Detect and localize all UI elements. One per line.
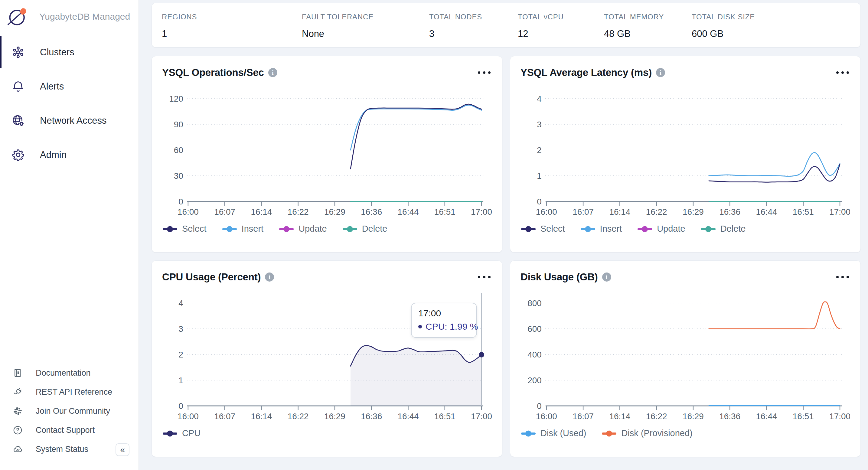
legend-marker — [163, 226, 177, 232]
tooltip-time: 17:00 — [418, 308, 470, 318]
footer-item-label: Documentation — [36, 368, 91, 378]
legend-marker — [701, 226, 716, 232]
stat-label: TOTAL NODES — [429, 13, 482, 21]
legend-item-disk-used: Disk (Used) — [521, 428, 586, 438]
svg-text:16:07: 16:07 — [572, 412, 594, 420]
chart-title: YSQL Average Latency (ms) — [521, 67, 652, 78]
svg-text:16:44: 16:44 — [398, 412, 419, 420]
stat-value: 12 — [518, 28, 564, 39]
chart-title: Disk Usage (GB) — [521, 271, 598, 283]
svg-text:17:00: 17:00 — [829, 207, 850, 216]
svg-text:16:36: 16:36 — [719, 207, 740, 216]
community-icon — [12, 406, 23, 417]
chart-menu-button[interactable] — [477, 68, 492, 77]
sidebar-collapse-button[interactable]: « — [116, 443, 129, 456]
chart-menu-button[interactable] — [835, 272, 850, 282]
sidebar-item-clusters[interactable]: Clusters — [0, 35, 138, 69]
svg-text:16:14: 16:14 — [251, 412, 272, 420]
sidebar-footer-item-contact-support[interactable]: Contact Support — [0, 421, 138, 440]
chart-tooltip: 17:00CPU: 1.99 % — [411, 303, 477, 338]
svg-text:16:36: 16:36 — [361, 207, 382, 216]
info-icon[interactable]: i — [602, 273, 611, 282]
stat-value: 48 GB — [604, 28, 664, 39]
svg-text:120: 120 — [169, 94, 183, 103]
svg-text:2: 2 — [537, 146, 542, 155]
stat: TOTAL NODES 3 — [429, 3, 482, 39]
svg-text:16:51: 16:51 — [793, 412, 814, 420]
sidebar-footer-item-documentation[interactable]: Documentation — [0, 364, 138, 383]
svg-text:16:22: 16:22 — [646, 207, 667, 216]
stat-label: FAULT TOLERANCE — [302, 13, 373, 21]
svg-text:3: 3 — [179, 324, 183, 334]
chart-card-header: CPU Usage (Percent) i — [162, 268, 492, 287]
app-logo: YugabyteDB Managed — [0, 0, 138, 28]
system-status-icon — [12, 444, 23, 455]
svg-text:16:36: 16:36 — [719, 412, 740, 420]
svg-text:16:44: 16:44 — [398, 207, 419, 216]
stat: TOTAL DISK SIZE 600 GB — [692, 3, 755, 39]
sidebar-footer-item-join-our-community[interactable]: Join Our Community — [0, 402, 138, 421]
legend-label: Update — [299, 224, 327, 234]
chart-card-1: YSQL Operations/Sec i 030609012016:0016:… — [152, 56, 502, 253]
legend-label: Delete — [720, 224, 746, 234]
legend-marker — [638, 226, 652, 232]
alerts-icon — [11, 80, 25, 93]
svg-text:200: 200 — [527, 376, 542, 385]
chart-canvas[interactable]: 0123416:0016:0716:1416:2216:2916:3616:44… — [521, 83, 850, 216]
series-dot-icon — [418, 325, 422, 328]
chart-canvas[interactable]: 030609012016:0016:0716:1416:2216:2916:36… — [162, 83, 492, 216]
footer-item-label: REST API Reference — [36, 387, 112, 397]
network-access-icon — [11, 114, 25, 128]
sidebar-item-alerts[interactable]: Alerts — [0, 69, 138, 103]
legend-marker — [222, 226, 237, 232]
svg-text:17:00: 17:00 — [829, 412, 850, 420]
svg-text:800: 800 — [527, 299, 542, 308]
legend-marker — [343, 226, 357, 232]
chart-legend: Disk (Used)Disk (Provisioned) — [521, 428, 850, 438]
stat-value: None — [302, 28, 373, 39]
svg-text:60: 60 — [174, 146, 183, 155]
svg-text:16:22: 16:22 — [646, 412, 667, 420]
svg-text:3: 3 — [537, 120, 542, 129]
legend-marker — [581, 226, 595, 232]
legend-item-update: Update — [638, 224, 685, 234]
legend-item-delete: Delete — [701, 224, 746, 234]
svg-text:4: 4 — [537, 94, 542, 103]
sidebar-item-network-access[interactable]: Network Access — [0, 103, 138, 137]
info-icon[interactable]: i — [268, 68, 277, 77]
footer-item-label: System Status — [36, 445, 88, 454]
chart-menu-button[interactable] — [835, 68, 850, 77]
sidebar-footer: Documentation REST API Reference Join Ou… — [0, 353, 138, 459]
legend-item-select: Select — [163, 224, 207, 234]
nav-item-label: Network Access — [40, 115, 107, 126]
svg-text:16:44: 16:44 — [756, 207, 777, 216]
chart-card-header: Disk Usage (GB) i — [521, 268, 850, 287]
legend-marker — [279, 226, 294, 232]
svg-text:16:51: 16:51 — [434, 412, 456, 420]
chart-menu-button[interactable] — [477, 272, 492, 282]
legend-item-cpu: CPU — [163, 428, 200, 438]
stat-label: TOTAL vCPU — [518, 13, 564, 21]
sidebar-footer-item-rest-api-reference[interactable]: REST API Reference — [0, 383, 138, 402]
svg-text:16:29: 16:29 — [324, 412, 345, 420]
legend-label: Insert — [242, 224, 264, 234]
clusters-icon — [11, 45, 25, 59]
info-icon[interactable]: i — [656, 68, 665, 77]
svg-text:30: 30 — [174, 171, 183, 181]
chart-card-2: YSQL Average Latency (ms) i 0123416:0016… — [510, 56, 861, 253]
sidebar-item-admin[interactable]: Admin — [0, 137, 138, 172]
stat-value: 3 — [429, 28, 482, 39]
stat-label: TOTAL DISK SIZE — [692, 13, 755, 21]
chart-card-3: CPU Usage (Percent) i 0123416:0016:0716:… — [152, 260, 502, 457]
chart-canvas[interactable]: 020040060080016:0016:0716:1416:2216:2916… — [521, 287, 850, 420]
svg-text:16:14: 16:14 — [251, 207, 272, 216]
sidebar: YugabyteDB Managed Clusters Alerts Netwo… — [0, 0, 139, 470]
svg-text:1: 1 — [179, 376, 183, 385]
legend-label: Select — [540, 224, 565, 234]
svg-text:16:36: 16:36 — [361, 412, 382, 420]
legend-label: CPU — [182, 428, 200, 438]
footer-item-label: Contact Support — [36, 426, 95, 435]
main-content: REGIONS 1 FAULT TOLERANCE None TOTAL NOD… — [139, 0, 868, 470]
info-icon[interactable]: i — [265, 273, 274, 282]
stats-bar: REGIONS 1 FAULT TOLERANCE None TOTAL NOD… — [152, 3, 861, 48]
